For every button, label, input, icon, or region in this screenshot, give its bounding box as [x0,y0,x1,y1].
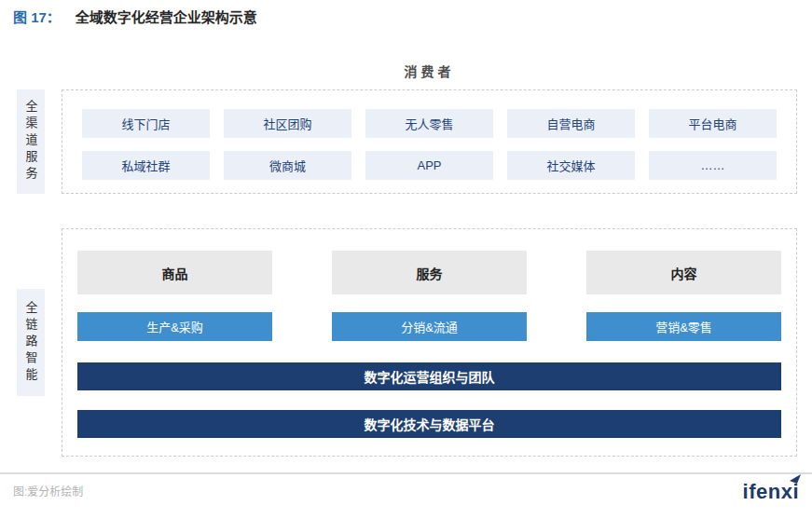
omni-channel-container: 线下门店 社区团购 无人零售 自营电商 平台电商 私域社群 微商城 APP 社交… [62,89,797,194]
channel-chip-micro-mall: 微商城 [224,151,351,180]
process-marketing-retail: 营销&零售 [586,312,781,341]
footer-caption: 图:爱分析绘制 [13,483,83,499]
figure-page: 图 17：全域数字化经营企业架构示意 消费者 全渠道服务 线下门店 社区团购 无… [0,0,812,519]
channel-chip-offline-store: 线下门店 [82,109,210,138]
bar-digital-tech-data-platform: 数字化技术与数据平台 [77,410,781,438]
side-label-omni-channel-services: 全渠道服务 [17,89,45,194]
channel-row-2: 私域社群 微商城 APP 社交媒体 …… [82,151,777,180]
category-row: 商品 服务 内容 [77,251,781,294]
category-service: 服务 [332,251,527,294]
channel-chip-private-community: 私域社群 [82,151,210,180]
logo-arrow-icon [790,474,803,485]
channel-chip-self-ecommerce: 自营电商 [507,109,635,138]
figure-number: 图 17： [13,9,61,25]
ifenxi-logo: ifenxi [743,476,799,504]
consumer-header: 消费者 [62,61,797,80]
process-distribution-circulation: 分销&流通 [332,312,527,341]
footer-divider [0,472,812,474]
channel-chip-ellipsis: …… [649,151,777,180]
category-content: 内容 [586,251,781,294]
bar-digital-operation-org-team: 数字化运营组织与团队 [77,362,781,390]
figure-title: 图 17：全域数字化经营企业架构示意 [13,7,257,28]
process-row: 生产&采购 分销&流通 营销&零售 [77,312,781,341]
channel-row-1: 线下门店 社区团购 无人零售 自营电商 平台电商 [82,109,777,138]
process-production-procurement: 生产&采购 [77,312,272,341]
channel-chip-platform-ecommerce: 平台电商 [649,109,777,138]
channel-chip-community-buy: 社区团购 [224,109,351,138]
full-chain-container: 商品 服务 内容 生产&采购 分销&流通 营销&零售 数字化运营组织与团队 数字… [62,228,797,457]
channel-chip-app: APP [365,151,493,180]
channel-chip-social-media: 社交媒体 [507,151,635,180]
category-goods: 商品 [77,251,272,294]
channel-chip-unmanned-retail: 无人零售 [365,109,493,138]
figure-title-text: 全域数字化经营企业架构示意 [76,9,257,25]
side-label-full-chain-intelligence: 全链路智能 [17,289,45,396]
